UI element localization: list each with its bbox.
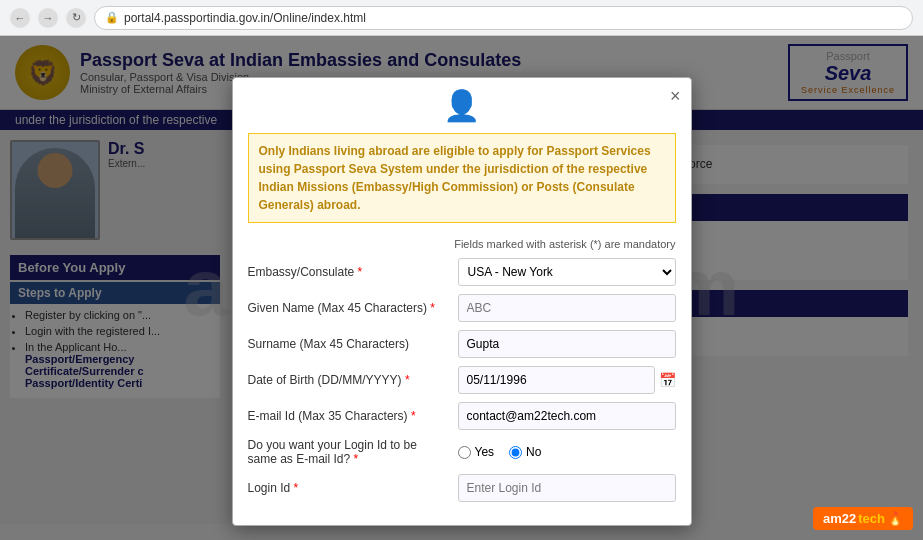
user-icon: 👤 xyxy=(248,88,676,123)
required-marker: * xyxy=(411,409,416,423)
required-marker: * xyxy=(358,265,363,279)
radio-group: Yes No xyxy=(458,445,542,459)
browser-chrome: ← → ↻ 🔒 portal4.passportindia.gov.in/Onl… xyxy=(0,0,923,36)
radio-yes[interactable] xyxy=(458,446,471,459)
given-name-label: Given Name (Max 45 Characters) * xyxy=(248,301,448,315)
required-marker: * xyxy=(430,301,435,315)
modal-close-button[interactable]: × xyxy=(670,86,681,107)
embassy-label: Embassy/Consulate * xyxy=(248,265,448,279)
surname-input[interactable] xyxy=(458,330,676,358)
email-label: E-mail Id (Max 35 Characters) * xyxy=(248,409,448,423)
same-email-row: Do you want your Login Id to be same as … xyxy=(248,438,676,466)
required-marker: * xyxy=(405,373,410,387)
modal-alert-text: Only Indians living abroad are eligible … xyxy=(248,133,676,223)
dob-label: Date of Birth (DD/MM/YYYY) * xyxy=(248,373,448,387)
lock-icon: 🔒 xyxy=(105,11,119,24)
embassy-row: Embassy/Consulate * USA - New YorkUSA - … xyxy=(248,258,676,286)
modal-overlay: 👤 × Only Indians living abroad are eligi… xyxy=(0,36,923,540)
same-email-label: Do you want your Login Id to be same as … xyxy=(248,438,448,466)
fire-icon: 🔥 xyxy=(887,511,903,526)
email-input[interactable] xyxy=(458,402,676,430)
url-text: portal4.passportindia.gov.in/Online/inde… xyxy=(124,11,366,25)
login-id-label: Login Id * xyxy=(248,481,448,495)
modal-header: 👤 × xyxy=(233,78,691,133)
modal-body: Fields marked with asterisk (*) are mand… xyxy=(233,233,691,525)
tech-text: tech xyxy=(858,511,885,526)
address-bar[interactable]: 🔒 portal4.passportindia.gov.in/Online/in… xyxy=(94,6,913,30)
radio-yes-label[interactable]: Yes xyxy=(458,445,495,459)
surname-label: Surname (Max 45 Characters) xyxy=(248,337,448,351)
page-background: 🦁 Passport Seva at Indian Embassies and … xyxy=(0,36,923,540)
radio-no[interactable] xyxy=(509,446,522,459)
dob-input[interactable] xyxy=(458,366,655,394)
calendar-icon: 📅 xyxy=(659,372,676,388)
dob-row: Date of Birth (DD/MM/YYYY) * 📅 xyxy=(248,366,676,394)
login-id-row: Login Id * xyxy=(248,474,676,502)
given-name-row: Given Name (Max 45 Characters) * xyxy=(248,294,676,322)
registration-modal: 👤 × Only Indians living abroad are eligi… xyxy=(232,77,692,526)
email-row: E-mail Id (Max 35 Characters) * xyxy=(248,402,676,430)
mandatory-note: Fields marked with asterisk (*) are mand… xyxy=(248,238,676,250)
am22-text: am22 xyxy=(823,511,856,526)
back-button[interactable]: ← xyxy=(10,8,30,28)
surname-row: Surname (Max 45 Characters) xyxy=(248,330,676,358)
required-marker: * xyxy=(354,452,359,466)
given-name-input[interactable] xyxy=(458,294,676,322)
forward-button[interactable]: → xyxy=(38,8,58,28)
radio-no-label[interactable]: No xyxy=(509,445,541,459)
login-id-input[interactable] xyxy=(458,474,676,502)
required-marker: * xyxy=(294,481,299,495)
refresh-button[interactable]: ↻ xyxy=(66,8,86,28)
am22tech-badge: am22tech 🔥 xyxy=(813,507,913,530)
embassy-select[interactable]: USA - New YorkUSA - San FranciscoUSA - H… xyxy=(458,258,676,286)
